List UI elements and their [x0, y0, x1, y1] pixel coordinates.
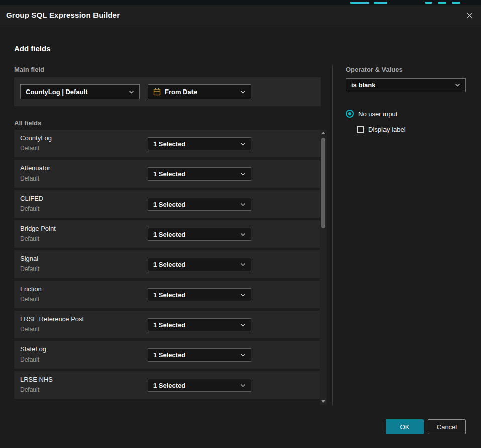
field-row: LRSE NHS Default 1 Selected — [14, 371, 321, 399]
background-accent-fragment — [350, 2, 369, 4]
chevron-down-icon — [240, 90, 246, 94]
no-user-input-label: No user input — [358, 110, 397, 118]
all-fields-label: All fields — [14, 119, 41, 127]
field-select-value: 1 Selected — [153, 201, 185, 208]
field-name: LRSE NHS — [20, 376, 53, 383]
field-subtitle: Default — [20, 205, 39, 212]
chevron-down-icon — [129, 90, 134, 94]
main-field-date-value: From Date — [165, 88, 197, 96]
main-field-source-select[interactable]: CountyLog | Default — [20, 84, 140, 99]
display-label-label: Display label — [368, 126, 406, 133]
field-selected-dropdown[interactable]: 1 Selected — [148, 348, 251, 362]
field-subtitle: Default — [20, 175, 39, 182]
background-toolbar-icon — [425, 2, 432, 4]
operator-values-heading: Operator & Values — [346, 66, 403, 73]
field-selected-dropdown[interactable]: 1 Selected — [148, 258, 251, 271]
field-selected-dropdown[interactable]: 1 Selected — [148, 288, 251, 301]
chevron-down-icon — [240, 172, 246, 176]
field-name: Friction — [20, 285, 42, 293]
checkbox-unchecked-icon[interactable] — [357, 126, 364, 133]
background-toolbar-icon — [438, 2, 446, 4]
field-selected-dropdown[interactable]: 1 Selected — [148, 198, 251, 211]
field-name: CountyLog — [20, 134, 52, 142]
field-row: Bridge Point Default 1 Selected — [14, 220, 321, 248]
field-name: StateLog — [20, 345, 46, 353]
chevron-down-icon — [455, 83, 460, 87]
field-select-value: 1 Selected — [153, 321, 185, 329]
field-name: CLIFED — [20, 195, 43, 202]
field-subtitle: Default — [20, 386, 39, 393]
fields-scrollbar[interactable] — [320, 130, 327, 405]
calendar-icon — [153, 88, 161, 96]
field-row: Friction Default 1 Selected — [14, 281, 321, 308]
field-selected-dropdown[interactable]: 1 Selected — [148, 318, 251, 331]
field-row: CountyLog Default 1 Selected — [14, 130, 321, 157]
field-select-value: 1 Selected — [153, 140, 185, 148]
field-selected-dropdown[interactable]: 1 Selected — [148, 167, 251, 181]
group-sql-expression-builder-dialog: Group SQL Expression Builder Add fields … — [0, 5, 481, 448]
all-fields-list: CountyLog Default 1 Selected Attenuator … — [14, 130, 321, 401]
chevron-down-icon — [240, 293, 246, 297]
field-subtitle: Default — [20, 235, 39, 242]
operator-select[interactable]: is blank — [346, 78, 466, 92]
field-select-value: 1 Selected — [153, 351, 185, 359]
field-select-value: 1 Selected — [153, 231, 185, 238]
field-selected-dropdown[interactable]: 1 Selected — [148, 137, 251, 150]
field-row: StateLog Default 1 Selected — [14, 341, 321, 369]
scrollbar-thumb[interactable] — [321, 138, 325, 228]
field-subtitle: Default — [20, 356, 39, 363]
field-row: Attenuator Default 1 Selected — [14, 160, 321, 188]
field-row: Signal Default 1 Selected — [14, 250, 321, 278]
chevron-down-icon — [240, 384, 246, 387]
chevron-down-icon — [240, 233, 246, 236]
field-select-value: 1 Selected — [153, 261, 185, 268]
add-fields-heading: Add fields — [14, 44, 51, 53]
display-label-checkbox-row[interactable]: Display label — [357, 126, 406, 133]
field-name: Bridge Point — [20, 225, 56, 232]
background-app-strip — [0, 0, 481, 5]
field-selected-dropdown[interactable]: 1 Selected — [148, 379, 251, 392]
chevron-down-icon — [240, 142, 246, 146]
dialog-header: Group SQL Expression Builder — [0, 5, 481, 25]
operator-value: is blank — [351, 81, 375, 89]
ok-button[interactable]: OK — [386, 419, 424, 434]
field-name: Attenuator — [20, 164, 50, 172]
field-subtitle: Default — [20, 145, 39, 152]
dialog-title: Group SQL Expression Builder — [6, 11, 120, 19]
background-toolbar-icon — [452, 2, 460, 4]
background-accent-fragment — [374, 2, 387, 4]
field-name: LRSE Reference Post — [20, 315, 84, 323]
chevron-down-icon — [240, 323, 246, 327]
field-subtitle: Default — [20, 265, 39, 273]
main-field-date-select[interactable]: From Date — [148, 84, 251, 99]
radio-selected-icon[interactable] — [346, 110, 354, 118]
main-field-label: Main field — [14, 66, 44, 73]
field-subtitle: Default — [20, 326, 39, 333]
scroll-down-icon[interactable] — [321, 400, 325, 403]
chevron-down-icon — [240, 353, 246, 357]
field-select-value: 1 Selected — [153, 170, 185, 178]
field-select-value: 1 Selected — [153, 291, 185, 299]
cancel-button[interactable]: Cancel — [428, 419, 466, 434]
panel-divider — [332, 65, 333, 405]
no-user-input-radio-row[interactable]: No user input — [346, 110, 397, 118]
close-icon[interactable] — [464, 10, 475, 21]
field-row: CLIFED Default 1 Selected — [14, 190, 321, 218]
radio-dot — [348, 112, 351, 115]
main-field-source-value: CountyLog | Default — [26, 88, 88, 96]
chevron-down-icon — [240, 203, 246, 206]
field-row: LRSE Reference Post Default 1 Selected — [14, 311, 321, 338]
chevron-down-icon — [240, 263, 246, 266]
field-subtitle: Default — [20, 296, 39, 303]
main-field-box: CountyLog | Default From Date — [14, 77, 321, 106]
field-selected-dropdown[interactable]: 1 Selected — [148, 228, 251, 241]
field-name: Signal — [20, 255, 38, 262]
scroll-up-icon[interactable] — [321, 132, 325, 134]
field-select-value: 1 Selected — [153, 382, 185, 389]
